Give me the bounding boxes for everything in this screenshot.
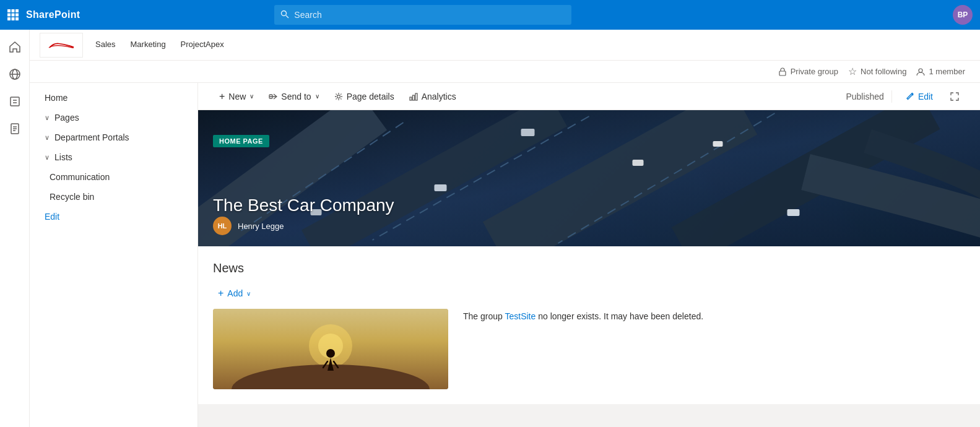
expand-button[interactable]	[944, 88, 965, 105]
nav-dept-portals-label: Department Portals	[54, 132, 129, 142]
send-chevron-icon: ∨	[315, 93, 319, 100]
cmd-divider	[891, 90, 892, 103]
site-tabs: Sales Marketing ProjectApex	[88, 30, 232, 60]
svg-rect-38	[633, 160, 644, 166]
hero-badge: HOME PAGE	[213, 135, 269, 147]
svg-point-48	[326, 349, 335, 358]
svg-rect-27	[415, 93, 417, 100]
svg-rect-25	[410, 97, 412, 100]
hero-author: HL Henry Legge	[213, 217, 284, 235]
send-to-label: Send to	[281, 92, 311, 101]
private-group-item[interactable]: Private group	[778, 67, 838, 76]
svg-rect-8	[15, 17, 19, 20]
news-header: News	[213, 261, 965, 275]
news-content: The group TestSite no longer exists. It …	[213, 309, 965, 389]
tab-sales[interactable]: Sales	[88, 30, 123, 60]
nav-home[interactable]: Home	[30, 88, 197, 108]
send-icon	[269, 92, 277, 101]
news-card-main[interactable]	[213, 309, 448, 389]
member-count-item[interactable]: 1 member	[916, 67, 965, 76]
page-details-button[interactable]: Page details	[328, 88, 401, 105]
svg-rect-3	[7, 14, 11, 17]
content-layout: Home ∨ Pages ∨ Department Portals ∨ List…	[30, 83, 980, 427]
add-chevron-icon: ∨	[246, 290, 251, 297]
add-label: Add	[227, 288, 243, 298]
hero-banner: HOME PAGE The Best Car Company HL Henry …	[198, 110, 980, 246]
news-add-button[interactable]: + Add ∨	[213, 285, 965, 301]
nav-lists-label: Lists	[54, 152, 72, 162]
svg-rect-40	[713, 141, 723, 147]
checklist-rail-icon[interactable]	[2, 89, 27, 114]
nav-pages-label: Pages	[54, 113, 79, 123]
author-name: Henry Legge	[238, 222, 284, 231]
svg-point-9	[282, 11, 287, 15]
plus-icon: +	[219, 91, 225, 102]
site-header: Sales Marketing ProjectApex	[30, 30, 980, 61]
nav-recycle-bin[interactable]: Recycle bin	[30, 187, 197, 207]
published-label: Published	[846, 92, 884, 101]
svg-rect-5	[15, 14, 19, 17]
not-following-item[interactable]: ☆ Not following	[848, 66, 906, 77]
news-card-image	[213, 309, 448, 389]
tab-projectapex[interactable]: ProjectApex	[173, 30, 232, 60]
group-testsite-link[interactable]: TestSite	[505, 311, 536, 321]
nav-home-label: Home	[45, 93, 67, 103]
nav-pages[interactable]: ∨ Pages	[30, 108, 197, 127]
tab-marketing[interactable]: Marketing	[123, 30, 173, 60]
nav-lists[interactable]: ∨ Lists	[30, 147, 197, 167]
svg-rect-14	[11, 97, 19, 106]
analytics-button[interactable]: Analytics	[403, 88, 462, 105]
search-input[interactable]	[294, 10, 565, 20]
dept-portals-chevron-icon: ∨	[45, 134, 50, 142]
icon-rail	[0, 30, 30, 427]
svg-rect-7	[12, 17, 15, 20]
svg-rect-39	[435, 184, 447, 191]
avatar[interactable]: BP	[953, 5, 973, 25]
pages-chevron-icon: ∨	[45, 114, 50, 122]
home-rail-icon[interactable]	[2, 35, 27, 59]
new-button[interactable]: + New ∨	[213, 87, 260, 106]
top-navigation: SharePoint BP	[0, 0, 980, 30]
svg-rect-2	[15, 9, 19, 12]
svg-rect-43	[787, 209, 800, 216]
lists-chevron-icon: ∨	[45, 153, 50, 162]
page-content: + New ∨ Send to ∨	[198, 83, 980, 427]
globe-rail-icon[interactable]	[2, 62, 27, 87]
nav-communication[interactable]: Communication	[30, 167, 197, 187]
doc-rail-icon[interactable]	[2, 116, 27, 141]
send-to-button[interactable]: Send to ∨	[262, 88, 325, 105]
svg-rect-1	[12, 9, 15, 12]
hero-background-image	[198, 110, 980, 246]
search-icon	[280, 10, 289, 20]
site-logo	[40, 33, 83, 58]
nav-edit-link[interactable]: Edit	[30, 207, 197, 226]
command-bar: + New ∨ Send to ∨	[198, 83, 980, 110]
new-label: New	[228, 92, 246, 101]
nav-right: BP	[953, 5, 973, 25]
hero-title: The Best Car Company	[213, 196, 394, 215]
author-avatar: HL	[213, 217, 232, 235]
cmd-left: + New ∨ Send to ∨	[213, 87, 462, 106]
svg-line-10	[286, 15, 288, 18]
group-msg-text: The group	[463, 311, 505, 321]
svg-rect-6	[7, 17, 11, 20]
nav-department-portals[interactable]: ∨ Department Portals	[30, 127, 197, 147]
main-wrapper: Sales Marketing ProjectApex Private grou…	[30, 30, 980, 427]
svg-point-24	[337, 95, 340, 98]
member-count-label: 1 member	[929, 67, 965, 76]
svg-rect-26	[412, 95, 414, 100]
group-message: The group TestSite no longer exists. It …	[463, 309, 965, 389]
svg-point-22	[919, 69, 922, 72]
gear-icon	[334, 92, 343, 101]
star-outline-icon: ☆	[848, 66, 857, 77]
edit-button[interactable]: Edit	[900, 88, 939, 105]
svg-rect-0	[7, 9, 11, 12]
svg-rect-21	[779, 71, 786, 75]
svg-rect-37	[521, 129, 535, 136]
edit-pencil-icon	[906, 92, 914, 101]
app-logo[interactable]: SharePoint	[26, 9, 80, 20]
news-title: News	[213, 261, 244, 275]
cmd-right: Published Edit	[846, 88, 965, 105]
left-nav: Home ∨ Pages ∨ Department Portals ∨ List…	[30, 83, 198, 427]
waffle-icon[interactable]	[7, 9, 19, 20]
